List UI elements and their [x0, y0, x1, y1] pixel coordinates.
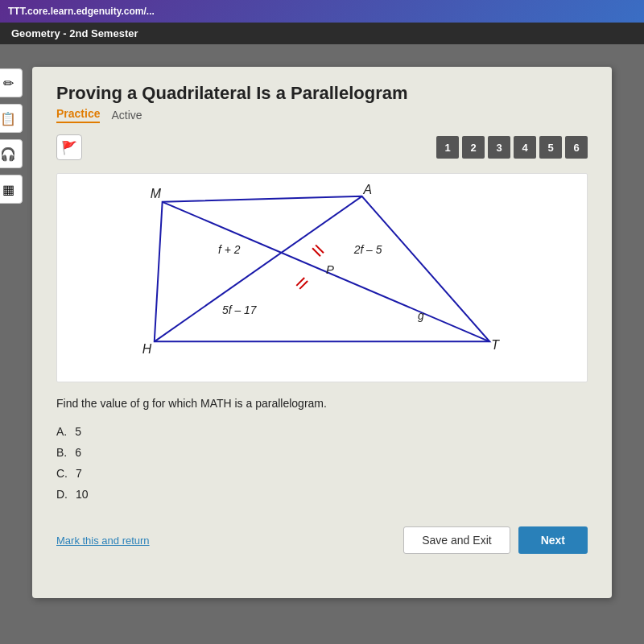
pencil-icon: ✏ [3, 76, 14, 91]
option-a-value: 5 [75, 425, 81, 438]
label-expr3: 5f – 17 [222, 303, 258, 316]
label-P: P [326, 263, 334, 276]
diagram-svg: M A T H P f + 2 2f – 5 5f – 17 g [65, 182, 579, 374]
flag-btn[interactable]: 🚩 [56, 134, 82, 160]
page-num-3[interactable]: 3 [488, 136, 510, 159]
left-toolbar: ✏ 📋 🎧 ▦ [0, 68, 23, 204]
option-c-value: 7 [76, 467, 82, 480]
label-M: M [151, 187, 162, 200]
option-c[interactable]: C. 7 [56, 465, 588, 481]
tab-practice[interactable]: Practice [56, 107, 100, 123]
mark-return-link[interactable]: Mark this and return [56, 535, 150, 547]
diagram-area: M A T H P f + 2 2f – 5 5f – 17 g [56, 173, 588, 382]
question-text: Find the value of g for which MATH is a … [56, 395, 588, 412]
option-d[interactable]: D. 10 [56, 486, 588, 502]
headphone-btn[interactable]: 🎧 [0, 139, 23, 168]
label-expr4: g [418, 309, 424, 322]
course-header: Geometry - 2nd Semester [0, 23, 644, 44]
label-active: Active [111, 109, 142, 122]
footer-row: Mark this and return Save and Exit Next [56, 526, 588, 554]
option-a-label: A. [56, 425, 67, 438]
top-bar: TTT.core.learn.edgenuity.com/... [0, 0, 644, 23]
label-T: T [491, 338, 500, 352]
next-button[interactable]: Next [518, 526, 588, 554]
option-a[interactable]: A. 5 [56, 423, 588, 440]
option-b[interactable]: B. 6 [56, 444, 588, 460]
book-btn[interactable]: 📋 [0, 104, 23, 133]
page-num-1[interactable]: 1 [436, 136, 459, 159]
page-numbers: 1 2 3 4 5 6 [436, 136, 588, 159]
option-d-value: 10 [76, 488, 89, 501]
label-A: A [363, 183, 373, 196]
page-title: Proving a Quadrilateral Is a Parallelogr… [56, 83, 588, 104]
subtitle-row: Practice Active [56, 107, 588, 123]
flag-icon: 🚩 [61, 140, 77, 155]
save-exit-button[interactable]: Save and Exit [403, 526, 510, 554]
option-c-label: C. [56, 467, 68, 480]
option-d-label: D. [56, 488, 68, 501]
top-controls: 🚩 1 2 3 4 5 6 [56, 134, 588, 160]
page-num-2[interactable]: 2 [462, 136, 485, 159]
option-b-label: B. [56, 446, 67, 459]
headphone-icon: 🎧 [0, 147, 16, 162]
page-num-6[interactable]: 6 [565, 136, 588, 159]
calc-icon: ▦ [2, 182, 14, 197]
page-num-4[interactable]: 4 [514, 136, 536, 159]
label-expr2: 2f – 5 [353, 243, 382, 256]
calc-btn[interactable]: ▦ [0, 175, 23, 204]
pencil-btn[interactable]: ✏ [0, 68, 23, 97]
main-content: Proving a Quadrilateral Is a Parallelogr… [32, 67, 612, 598]
course-title: Geometry - 2nd Semester [11, 27, 138, 39]
label-H: H [142, 342, 152, 356]
url-bar: TTT.core.learn.edgenuity.com/... [8, 6, 155, 17]
book-icon: 📋 [0, 111, 16, 126]
label-expr1: f + 2 [218, 243, 241, 256]
option-b-value: 6 [75, 446, 81, 459]
page-num-5[interactable]: 5 [539, 136, 562, 159]
options-list: A. 5 B. 6 C. 7 D. 10 [56, 423, 588, 502]
